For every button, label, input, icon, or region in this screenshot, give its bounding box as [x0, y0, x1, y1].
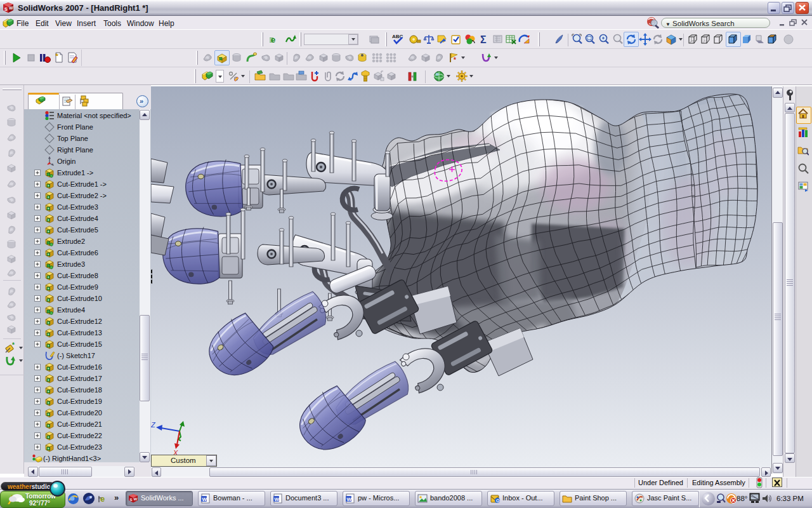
svg-text:W: W: [202, 497, 207, 502]
svg-text:W: W: [134, 497, 138, 501]
svg-text:W: W: [275, 497, 280, 502]
svg-text:W: W: [347, 497, 352, 502]
svg-text:O: O: [496, 498, 500, 503]
svg-text:e: e: [100, 494, 105, 504]
svg-text:S: S: [130, 498, 133, 502]
svg-text:Z: Z: [150, 421, 156, 429]
